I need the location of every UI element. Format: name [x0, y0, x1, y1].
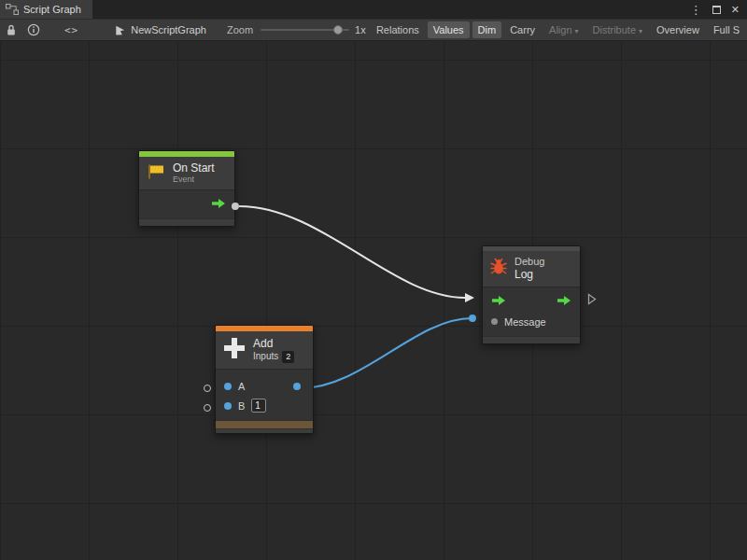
graph-name[interactable]: NewScriptGraph — [131, 24, 206, 35]
toolbar-toggle-values[interactable]: Values — [428, 21, 470, 38]
node-header: Add Inputs 2 — [216, 331, 313, 369]
tab-label: Script Graph — [23, 4, 81, 15]
window-controls: ⋮ ✕ — [690, 0, 747, 19]
graph-toolbar: <> NewScriptGraph Zoom 1x Relations Valu… — [0, 19, 747, 41]
unconnected-port-hint-a[interactable] — [204, 385, 211, 392]
flow-output-port[interactable] — [232, 203, 239, 210]
unconnected-flow-triangle[interactable] — [587, 292, 597, 309]
unconnected-port-hint-b[interactable] — [204, 404, 211, 412]
node-surtitle: Debug — [514, 256, 544, 268]
node-add[interactable]: Add Inputs 2 A B — [215, 325, 314, 434]
code-icon[interactable]: <> — [64, 21, 78, 38]
graph-canvas[interactable]: On Start Event — [0, 42, 747, 560]
message-input-port[interactable] — [491, 318, 498, 325]
node-accent-footer — [216, 420, 313, 428]
port-b-value-field[interactable] — [251, 399, 266, 413]
script-graph-window: Script Graph ⋮ ✕ <> — [0, 0, 747, 560]
flow-row — [483, 291, 580, 312]
port-a-label: A — [238, 381, 245, 392]
title-bar: Script Graph ⋮ ✕ — [0, 0, 747, 19]
node-subtitle: Inputs — [253, 351, 278, 362]
node-subtitle: Event — [173, 175, 215, 185]
chevron-down-icon: ▾ — [639, 27, 642, 35]
plus-icon — [222, 336, 247, 364]
zoom-label: Zoom — [227, 24, 253, 35]
wire-onstart-to-debuglog[interactable] — [239, 206, 465, 298]
node-title: On Start — [173, 161, 215, 175]
message-input-row: Message — [483, 312, 580, 332]
lock-icon[interactable] — [6, 21, 17, 38]
value-output-port[interactable] — [293, 383, 301, 390]
node-ports: Message — [483, 287, 580, 336]
value-input-port-b[interactable] — [224, 402, 232, 410]
toolbar-button-overview[interactable]: Overview — [651, 21, 705, 38]
node-footer — [139, 218, 234, 226]
node-debug-log[interactable]: Debug Log — [482, 245, 581, 344]
wire-endpoint-dot — [469, 315, 476, 322]
toolbar-toggle-carry[interactable]: Carry — [504, 21, 541, 38]
port-row-b: B — [216, 396, 313, 415]
node-header: On Start Event — [139, 157, 234, 189]
value-input-port-a[interactable] — [224, 383, 232, 390]
message-port-label: Message — [504, 316, 546, 328]
node-ports: A B — [216, 369, 313, 420]
toolbar-toggle-relations[interactable]: Relations — [371, 21, 425, 38]
zoom-value: 1x — [355, 24, 366, 35]
zoom-slider-handle[interactable] — [333, 25, 343, 35]
toolbar-buttons: Relations Values Dim Carry Align▾ Distri… — [371, 21, 745, 38]
script-graph-icon — [6, 1, 19, 18]
node-footer — [216, 428, 313, 433]
node-header: Debug Log — [483, 251, 580, 287]
tab-script-graph[interactable]: Script Graph — [0, 0, 92, 19]
port-b-label: B — [238, 400, 245, 412]
node-title: Add — [253, 337, 294, 350]
node-title: Log — [514, 268, 544, 281]
port-row-a: A — [216, 376, 313, 396]
input-count-badge[interactable]: 2 — [282, 351, 294, 363]
node-ports — [139, 189, 234, 218]
toolbar-button-distribute: Distribute▾ — [587, 21, 648, 38]
info-icon[interactable] — [27, 21, 40, 38]
zoom-slider[interactable] — [261, 23, 349, 36]
toolbar-button-fullscreen[interactable]: Full S — [708, 21, 745, 38]
flag-icon — [146, 163, 166, 184]
flow-input-arrow-icon[interactable] — [491, 295, 506, 308]
graph-asset-icon — [114, 21, 126, 38]
node-on-start[interactable]: On Start Event — [138, 150, 235, 227]
window-menu-icon[interactable]: ⋮ — [690, 4, 702, 16]
flow-output-arrow-icon[interactable] — [557, 295, 571, 308]
wire-arrowhead — [465, 293, 474, 302]
connections-layer — [0, 42, 747, 560]
toolbar-button-align: Align▾ — [543, 21, 584, 38]
toolbar-toggle-dim[interactable]: Dim — [472, 21, 502, 38]
flow-output-row — [139, 194, 234, 215]
bug-icon — [489, 258, 508, 279]
chevron-down-icon: ▾ — [575, 27, 579, 35]
titlebar-spacer — [92, 0, 690, 19]
close-icon[interactable]: ✕ — [731, 4, 740, 16]
wire-add-to-message[interactable] — [301, 318, 472, 388]
maximize-icon[interactable] — [712, 6, 721, 14]
node-footer — [483, 336, 580, 343]
flow-output-arrow-icon[interactable] — [211, 198, 226, 211]
